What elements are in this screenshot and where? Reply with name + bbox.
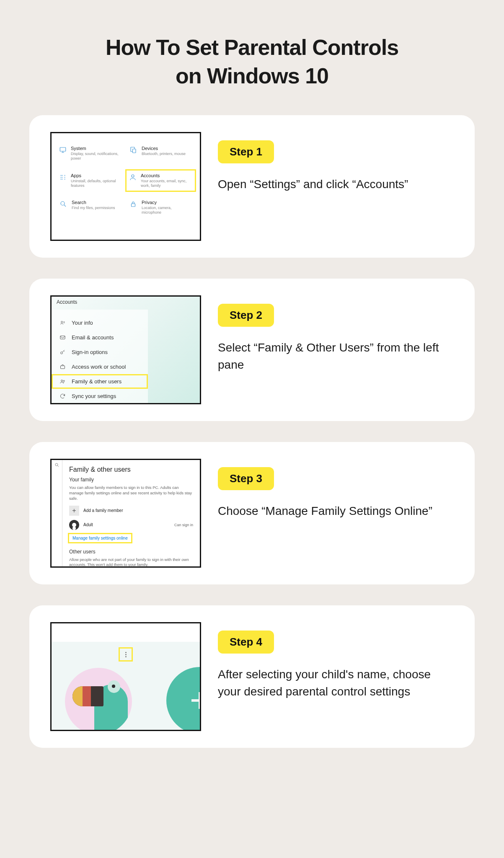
family-description: You can allow family members to sign in … bbox=[69, 485, 193, 501]
add-family-member[interactable]: + Add a family member bbox=[69, 506, 193, 516]
svg-point-10 bbox=[61, 380, 62, 382]
step-card-2: Accounts Your info Email & accounts Sign… bbox=[29, 279, 475, 421]
sync-icon bbox=[59, 393, 66, 399]
screenshot-step-2: Accounts Your info Email & accounts Sign… bbox=[50, 295, 201, 404]
avatar-icon bbox=[69, 520, 79, 530]
step-badge-4: Step 4 bbox=[218, 631, 274, 654]
svg-point-3 bbox=[132, 175, 134, 177]
page-title: How To Set Parental Controls on Windows … bbox=[29, 34, 475, 90]
id-card-icon bbox=[59, 320, 66, 326]
plus-icon: + bbox=[69, 506, 79, 516]
add-child-avatar[interactable] bbox=[166, 667, 200, 730]
settings-tile-apps[interactable]: AppsUninstall, defaults, optional featur… bbox=[59, 173, 122, 189]
child-avatar[interactable] bbox=[65, 668, 132, 730]
nav-your-info[interactable]: Your info bbox=[52, 315, 148, 330]
other-users-subheading: Other users bbox=[69, 549, 193, 555]
apps-icon bbox=[59, 173, 67, 181]
person-icon bbox=[129, 173, 137, 181]
devices-icon bbox=[129, 146, 137, 154]
step-badge-1: Step 1 bbox=[218, 140, 274, 163]
svg-point-8 bbox=[60, 352, 62, 354]
step-desc-3: Choose “Manage Family Settings Online” bbox=[218, 503, 454, 520]
svg-rect-2 bbox=[133, 149, 136, 153]
nav-family-other-users[interactable]: Family & other users bbox=[52, 374, 148, 389]
briefcase-icon bbox=[59, 364, 66, 370]
svg-point-11 bbox=[63, 380, 65, 382]
svg-point-12 bbox=[55, 463, 58, 466]
svg-rect-0 bbox=[60, 147, 66, 151]
step-desc-4: After selecting your child's name, choos… bbox=[218, 666, 454, 700]
accounts-header: Accounts bbox=[52, 299, 200, 310]
more-options-button[interactable] bbox=[120, 649, 132, 660]
screenshot-step-3: Family & other users Your family You can… bbox=[50, 459, 201, 568]
nav-email-accounts[interactable]: Email & accounts bbox=[52, 330, 148, 345]
family-member-adult[interactable]: Adult Can sign in bbox=[69, 520, 193, 530]
key-icon bbox=[59, 349, 66, 355]
step-card-3: Family & other users Your family You can… bbox=[29, 442, 475, 584]
svg-rect-9 bbox=[60, 366, 65, 369]
step-desc-1: Open “Settings” and click “Accounts” bbox=[218, 176, 454, 193]
screenshot-step-4 bbox=[50, 622, 201, 731]
signin-status: Can sign in bbox=[174, 523, 193, 527]
step-badge-2: Step 2 bbox=[218, 304, 274, 327]
other-users-description: Allow people who are not part of your fa… bbox=[69, 557, 193, 568]
settings-tile-privacy[interactable]: PrivacyLocation, camera, microphone bbox=[129, 200, 192, 215]
family-heading: Family & other users bbox=[69, 466, 193, 473]
settings-tile-system[interactable]: SystemDisplay, sound, notifications, pow… bbox=[59, 146, 122, 161]
nav-access-work[interactable]: Access work or school bbox=[52, 359, 148, 374]
screenshot-step-1: SystemDisplay, sound, notifications, pow… bbox=[50, 132, 201, 241]
search-icon bbox=[59, 200, 67, 208]
your-family-subheading: Your family bbox=[69, 477, 193, 483]
top-bar bbox=[52, 623, 200, 642]
search-box[interactable] bbox=[52, 460, 62, 566]
nav-sync-settings[interactable]: Sync your settings bbox=[52, 389, 148, 403]
nav-sign-in-options[interactable]: Sign-in options bbox=[52, 345, 148, 359]
step-desc-2: Select “Family & Other Users” from the l… bbox=[218, 339, 454, 373]
svg-point-4 bbox=[61, 202, 65, 205]
display-icon bbox=[59, 146, 67, 154]
mail-icon bbox=[59, 334, 66, 341]
people-icon bbox=[59, 378, 66, 385]
settings-tile-devices[interactable]: DevicesBluetooth, printers, mouse bbox=[129, 146, 192, 161]
step-badge-3: Step 3 bbox=[218, 467, 274, 490]
lock-icon bbox=[129, 200, 137, 208]
svg-rect-5 bbox=[131, 204, 135, 207]
manage-family-settings-link[interactable]: Manage family settings online bbox=[69, 534, 131, 542]
settings-tile-accounts[interactable]: AccountsYour accounts, email, sync, work… bbox=[125, 169, 196, 192]
svg-rect-7 bbox=[60, 336, 65, 339]
settings-tile-search[interactable]: SearchFind my files, permissions bbox=[59, 200, 122, 215]
step-card-1: SystemDisplay, sound, notifications, pow… bbox=[29, 115, 475, 258]
svg-point-6 bbox=[61, 321, 62, 323]
step-card-4: Step 4 After selecting your child's name… bbox=[29, 605, 475, 748]
